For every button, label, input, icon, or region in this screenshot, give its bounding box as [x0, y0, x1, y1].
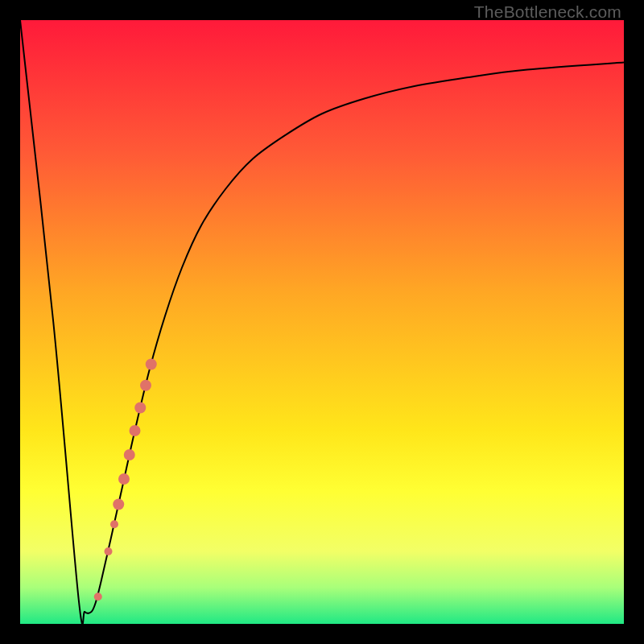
highlight-marker [94, 592, 102, 601]
highlight-marker [140, 380, 151, 391]
highlight-marker [146, 359, 157, 370]
highlight-marker [130, 425, 141, 436]
curve-layer [20, 20, 624, 624]
highlight-segment [94, 359, 157, 601]
highlight-marker [124, 449, 135, 460]
highlight-marker [105, 547, 113, 555]
plot-area [20, 20, 624, 624]
highlight-marker [118, 473, 130, 485]
highlight-marker [113, 499, 124, 510]
bottleneck-curve [20, 20, 624, 624]
highlight-marker [134, 402, 146, 414]
highlight-marker [110, 520, 118, 528]
attribution-text: TheBottleneck.com [474, 2, 621, 22]
chart-frame: TheBottleneck.com [0, 0, 644, 644]
